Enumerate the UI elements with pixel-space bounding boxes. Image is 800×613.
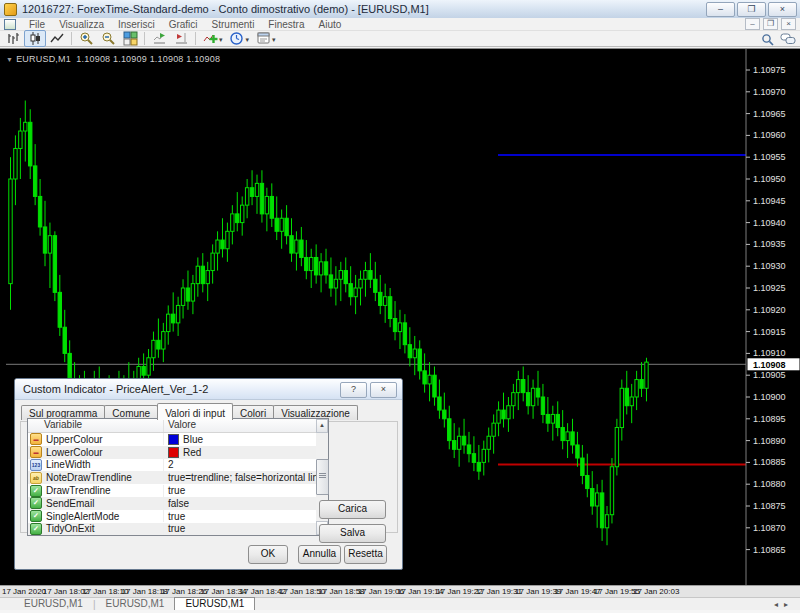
price-label: 1.10880	[753, 479, 786, 489]
menu-item-visualizza[interactable]: Visualizza	[52, 19, 111, 30]
chart-window-icon[interactable]	[4, 19, 16, 30]
chart-tab[interactable]: EURUSD,M1	[96, 598, 175, 610]
menu-item-file[interactable]: File	[22, 19, 52, 30]
price-label: 1.10925	[753, 283, 786, 293]
param-name: DrawTrendline	[46, 485, 111, 496]
menu-item-aiuto[interactable]: Aiuto	[311, 19, 348, 30]
chat-icon[interactable]	[780, 33, 796, 46]
param-value[interactable]: true	[168, 485, 185, 496]
tab-scroll-arrows[interactable]: ◂▸	[774, 600, 794, 609]
zoom-out-icon[interactable]	[97, 30, 119, 47]
price-label: 1.10965	[753, 109, 786, 119]
current-price-label: 1.10908	[753, 360, 786, 370]
toolbar-separator	[71, 32, 72, 45]
line-chart-icon[interactable]	[46, 30, 68, 47]
time-axis: 17 Jan 202017 Jan 18:0217 Jan 18:1017 Ja…	[0, 585, 800, 597]
parameter-row[interactable]: ✓DrawTrendlinetrue	[28, 484, 316, 497]
column-header-value[interactable]: Valore	[164, 419, 316, 432]
parameters-table: Variabile Valore ▬UpperColourBlue▬LowerC…	[27, 418, 317, 536]
param-name: SendEmail	[46, 498, 94, 509]
param-value[interactable]: true	[168, 511, 185, 522]
price-label: 1.10945	[753, 196, 786, 206]
parameter-row[interactable]: abNoteDrawTrendlinetrue=trendline; false…	[28, 471, 316, 484]
price-label: 1.10970	[753, 87, 786, 97]
bar-chart-icon[interactable]	[2, 30, 24, 47]
menu-item-grafici[interactable]: Grafici	[162, 19, 205, 30]
timeframes-dropdown-arrow[interactable]: ▾	[246, 36, 250, 44]
toolbar-separator	[144, 32, 145, 45]
param-name: SingleAlertMode	[46, 511, 119, 522]
chart-tab-active[interactable]: EURUSD,M1	[174, 597, 255, 610]
param-type-bool-icon: ✓	[30, 510, 42, 522]
param-value[interactable]: false	[168, 498, 189, 509]
chart-shift-icon[interactable]	[170, 30, 192, 47]
parameter-row[interactable]: 123LineWidth2	[28, 459, 316, 472]
price-label: 1.10895	[753, 414, 786, 424]
parameter-row[interactable]: ▬UpperColourBlue	[28, 433, 316, 446]
price-label: 1.10900	[753, 392, 786, 402]
param-value[interactable]: Blue	[183, 434, 203, 445]
toolbar: ▾▾▾	[0, 31, 800, 47]
reset-button[interactable]: Resetta	[344, 545, 387, 564]
search-icon[interactable]	[761, 33, 774, 46]
dialog-tab-valori-di-input[interactable]: Valori di input	[157, 403, 233, 420]
param-name: LowerColour	[46, 447, 103, 458]
column-header-variable[interactable]: Variabile	[28, 419, 164, 432]
parameter-row[interactable]: ▬LowerColourRed	[28, 446, 316, 459]
tile-windows-icon[interactable]	[119, 30, 141, 47]
load-button[interactable]: Carica	[319, 500, 386, 519]
price-label: 1.10960	[753, 130, 786, 140]
menu-item-inserisci[interactable]: Inserisci	[111, 19, 162, 30]
price-label: 1.10910	[753, 348, 786, 358]
price-label: 1.10885	[753, 457, 786, 467]
param-type-bool-icon: ✓	[30, 523, 42, 535]
param-value[interactable]: true=trendline; false=horizontal line	[168, 472, 316, 483]
param-name: UpperColour	[46, 434, 103, 445]
child-close-button[interactable]: ×	[781, 18, 796, 30]
cancel-button[interactable]: Annulla	[298, 545, 341, 564]
close-button[interactable]: ×	[768, 2, 797, 17]
minimize-button[interactable]: –	[706, 2, 735, 17]
parameter-row[interactable]: ✓SingleAlertModetrue	[28, 510, 316, 523]
menu-item-strumenti[interactable]: Strumenti	[205, 19, 262, 30]
param-name: TidyOnExit	[46, 523, 95, 534]
price-label: 1.10935	[753, 239, 786, 249]
toolbar-separator	[195, 32, 196, 45]
symbol-ohlc-label: ▼EURUSD,M1 1.10908 1.10909 1.10908 1.109…	[6, 54, 220, 64]
price-label: 1.10940	[753, 218, 786, 228]
param-value[interactable]: Red	[183, 447, 201, 458]
chart-tab[interactable]: EURUSD,M1	[14, 598, 93, 610]
parameters-table-header: Variabile Valore	[28, 419, 316, 433]
child-restore-button[interactable]: ❐	[763, 18, 778, 30]
param-value[interactable]: true	[168, 523, 185, 534]
price-label: 1.10870	[753, 523, 786, 533]
title-bar: 12016727: ForexTime-Standard-demo - Cont…	[0, 0, 800, 19]
param-type-bool-icon: ✓	[30, 497, 42, 509]
chevron-down-icon[interactable]: ▼	[6, 56, 13, 63]
scroll-up-button[interactable]: ▲	[316, 419, 328, 433]
param-name: LineWidth	[46, 459, 90, 470]
parameter-row[interactable]: ✓TidyOnExittrue	[28, 523, 316, 536]
templates-dropdown-arrow[interactable]: ▾	[272, 36, 276, 44]
save-button[interactable]: Salva	[319, 524, 386, 543]
parameter-row[interactable]: ✓SendEmailfalse	[28, 497, 316, 510]
templates-icon[interactable]	[252, 30, 274, 47]
price-label: 1.10875	[753, 501, 786, 511]
candlestick-chart-icon[interactable]	[24, 30, 46, 47]
timeframes-icon[interactable]	[226, 30, 248, 47]
price-label: 1.10950	[753, 174, 786, 184]
auto-scroll-icon[interactable]	[148, 30, 170, 47]
indicators-dropdown-arrow[interactable]: ▾	[219, 36, 223, 44]
menu-item-finestra[interactable]: Finestra	[261, 19, 311, 30]
dialog-help-button[interactable]: ?	[340, 382, 367, 398]
param-value[interactable]: 2	[168, 459, 174, 470]
scrollbar-thumb[interactable]	[316, 459, 329, 495]
ok-button[interactable]: OK	[248, 545, 288, 564]
indicators-icon[interactable]	[199, 30, 221, 47]
zoom-in-icon[interactable]	[75, 30, 97, 47]
child-minimize-button[interactable]: –	[745, 18, 760, 30]
param-type-color-icon: ▬	[30, 446, 42, 458]
restore-button[interactable]: ❐	[737, 2, 766, 17]
param-name: NoteDrawTrendline	[46, 472, 132, 483]
dialog-close-button[interactable]: ×	[370, 382, 397, 398]
